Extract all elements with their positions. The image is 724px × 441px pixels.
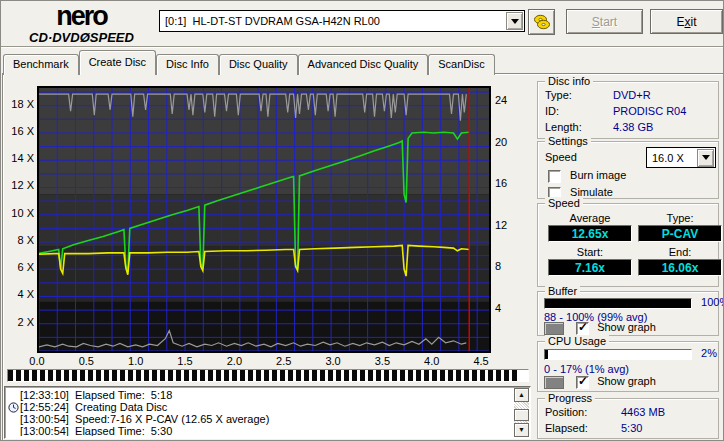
- speed-select-value: 16.0 X: [647, 152, 684, 164]
- progress-label: Elapsed:: [545, 422, 588, 434]
- nero-logo: nero CD·DVDØSPEED: [9, 3, 154, 44]
- setting-checkbox-label: Burn image: [567, 169, 626, 181]
- log-line: [13:00:54] Elapsed Time: 5:30: [7, 425, 513, 436]
- x-tick: 1.0: [123, 355, 149, 367]
- x-tick: 0.0: [24, 355, 50, 367]
- tab-disc-quality[interactable]: Disc Quality: [219, 54, 298, 75]
- y-left-tick: 8 X: [1, 234, 34, 246]
- cpu-showgraph-row: ✓ Show graph: [544, 375, 656, 389]
- progress-label: Position:: [545, 406, 587, 418]
- speed-cell-label: Start:: [548, 246, 632, 258]
- y-left-tick: 16 X: [1, 125, 34, 137]
- x-tick: 0.5: [73, 355, 99, 367]
- log-line: [13:00:54] Speed:7-16 X P-CAV (12.65 X a…: [7, 413, 513, 425]
- y-right-tick: 24: [495, 94, 507, 106]
- disc-info-row: Length:4.38 GB: [545, 121, 715, 133]
- x-tick: 1.5: [172, 355, 198, 367]
- progress-row: Elapsed:5:30: [545, 422, 715, 434]
- buffer-showgraph-label: Show graph: [597, 321, 656, 333]
- check-icon: ✓: [578, 374, 588, 388]
- disc-info-value: 4.38 GB: [613, 121, 653, 133]
- tab-benchmark[interactable]: Benchmark: [3, 54, 79, 75]
- speed-select[interactable]: 16.0 X: [646, 147, 716, 168]
- y-right-tick: 16: [495, 177, 507, 189]
- speed-chart: [37, 86, 491, 353]
- disc-info-value: PRODISC R04: [613, 105, 686, 117]
- y-left-tick: 10 X: [1, 207, 34, 219]
- y-right-tick: 4: [495, 302, 501, 314]
- speed-cell-value: 12.65x: [548, 225, 632, 242]
- drive-select-value: [0:1] HL-DT-ST DVDRAM GSA-H42N RL00: [160, 15, 506, 27]
- log-text: Speed:7-16 X P-CAV (12.65 X average): [69, 413, 269, 425]
- scroll-down-button[interactable]: ▼: [514, 423, 529, 437]
- chevron-down-icon: [702, 155, 710, 160]
- log-line: [12:55:24] Creating Data Disc: [7, 401, 513, 413]
- setting-burn-image: Burn image: [548, 169, 626, 183]
- tab-advanced-disc-quality[interactable]: Advanced Disc Quality: [298, 54, 429, 75]
- logo-speed: SPEED: [90, 30, 134, 45]
- y-right-tick: 12: [495, 219, 507, 231]
- setting-checkbox[interactable]: [548, 170, 561, 183]
- log-scrollbar[interactable]: ▲ ▼: [514, 388, 529, 437]
- clock-icon: [7, 402, 20, 413]
- disc-info-row: ID:PRODISC R04: [545, 105, 715, 117]
- log-text: Elapsed Time: 5:18: [69, 389, 172, 401]
- speed-select-dropdown-button[interactable]: [697, 149, 714, 167]
- disc-glyph-icon: Ø: [80, 30, 90, 45]
- discs-icon: [533, 13, 551, 31]
- cpu-percent: 2%: [701, 347, 717, 359]
- progress-title: Progress: [545, 392, 595, 404]
- buffer-meter: [544, 298, 692, 309]
- speed-results-group: Speed Average12.65xType:P-CAVStart:7.16x…: [537, 203, 719, 287]
- log-time: [12:33:10]: [20, 389, 69, 401]
- disc-info-label: Length:: [545, 121, 582, 133]
- speed-results-title: Speed: [545, 197, 583, 209]
- buffer-group: Buffer 100% 88 - 100% (99% avg) ✓ Show g…: [537, 291, 719, 336]
- y-right-tick: 8: [495, 260, 501, 272]
- cpu-showgraph-label: Show graph: [597, 375, 656, 387]
- x-tick: 3.5: [369, 355, 395, 367]
- speed-setting-label: Speed: [545, 151, 577, 163]
- log-line: [12:33:10] Elapsed Time: 5:18: [7, 389, 513, 401]
- cpu-showgraph-checkbox[interactable]: ✓: [576, 376, 589, 389]
- x-tick: 3.0: [320, 355, 346, 367]
- drive-select[interactable]: [0:1] HL-DT-ST DVDRAM GSA-H42N RL00: [159, 10, 525, 32]
- disc-info-title: Disc info: [545, 75, 593, 87]
- disc-info-value: DVD+R: [613, 89, 651, 101]
- cpu-meter: [544, 349, 692, 360]
- tab-scandisc[interactable]: ScanDisc: [428, 54, 494, 75]
- tab-create-disc[interactable]: Create Disc: [79, 50, 156, 75]
- check-icon: ✓: [578, 320, 588, 334]
- start-button[interactable]: Start: [566, 9, 643, 34]
- cpu-title: CPU Usage: [545, 335, 609, 347]
- drive-select-dropdown-button[interactable]: [506, 12, 523, 30]
- exit-button[interactable]: Exit: [650, 9, 723, 34]
- log-time: [13:00:54]: [20, 413, 69, 425]
- scroll-up-button[interactable]: ▲: [514, 388, 529, 402]
- progress-value: 4463 MB: [621, 406, 665, 418]
- progress-row: Position:4463 MB: [545, 406, 715, 418]
- settings-group: Settings Speed 16.0 X Burn image Simulat…: [537, 141, 719, 199]
- header-bar: nero CD·DVDØSPEED [0:1] HL-DT-ST DVDRAM …: [1, 1, 723, 47]
- settings-title: Settings: [545, 135, 591, 147]
- buffer-showgraph-row: ✓ Show graph: [544, 321, 656, 335]
- disc-options-button[interactable]: [528, 9, 555, 35]
- cpu-meter-fill: [545, 350, 548, 359]
- buffer-showgraph-checkbox[interactable]: ✓: [576, 322, 589, 335]
- buffer-color-swatch: [544, 322, 564, 335]
- speed-chart-plot: [39, 88, 489, 351]
- log-text: Elapsed Time: 5:30: [69, 425, 172, 436]
- disc-info-label: ID:: [545, 105, 559, 117]
- log-time: [13:00:54]: [20, 425, 69, 436]
- buffer-percent: 100%: [701, 296, 724, 308]
- buffer-meter-fill: [545, 299, 691, 308]
- tab-bar: BenchmarkCreate DiscDisc InfoDisc Qualit…: [3, 50, 495, 74]
- x-tick: 4.0: [419, 355, 445, 367]
- log-panel: [12:33:10] Elapsed Time: 5:18[12:55:24] …: [4, 386, 531, 439]
- progress-group: Progress Position:4463 MBElapsed:5:30: [537, 398, 719, 439]
- scrollbar-thumb[interactable]: [514, 409, 529, 421]
- tab-disc-info[interactable]: Disc Info: [156, 54, 219, 75]
- app-window: nero CD·DVDØSPEED [0:1] HL-DT-ST DVDRAM …: [0, 0, 724, 441]
- speed-cell-label: Type:: [638, 212, 722, 224]
- x-tick: 2.0: [221, 355, 247, 367]
